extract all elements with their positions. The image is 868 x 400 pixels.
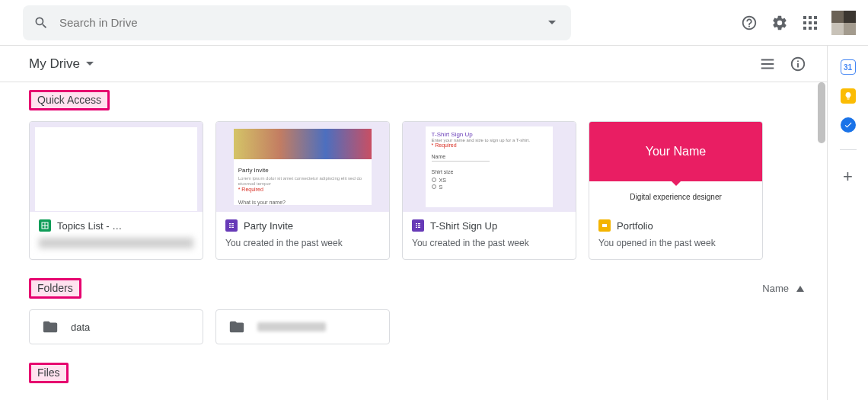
- section-quick-access: Quick Access: [29, 90, 110, 110]
- svg-rect-13: [418, 223, 420, 224]
- arrow-up-icon: [796, 286, 804, 292]
- folder-name: data: [71, 322, 90, 333]
- list-view-button[interactable]: [752, 49, 783, 79]
- forms-icon: [412, 219, 424, 232]
- help-icon: [741, 14, 758, 31]
- chevron-down-icon: [86, 62, 94, 66]
- section-files: Files: [29, 363, 69, 383]
- breadcrumb-mydrive[interactable]: My Drive: [29, 56, 98, 72]
- qa-card-topics-list[interactable]: Topics List -: [29, 121, 203, 260]
- info-icon: [790, 56, 806, 72]
- qa-title: T-Shirt Sign Up: [430, 220, 497, 232]
- qa-subtitle: You created in the past week: [412, 238, 566, 248]
- qa-thumb: T-Shirt Sign Up Enter your name and size…: [403, 122, 576, 212]
- apps-grid-icon: [803, 16, 817, 30]
- scrollbar[interactable]: [816, 82, 827, 400]
- keep-icon: [844, 91, 853, 101]
- svg-rect-19: [602, 224, 607, 227]
- svg-rect-6: [231, 223, 234, 224]
- search-icon: [34, 15, 49, 30]
- folder-icon: [42, 318, 59, 335]
- details-button[interactable]: [783, 49, 813, 79]
- qa-title: Party Invite: [244, 220, 293, 232]
- qa-subtitle-redacted: [39, 238, 193, 248]
- qa-subtitle: You opened in the past week: [598, 238, 753, 248]
- svg-rect-8: [231, 225, 234, 226]
- help-button[interactable]: [734, 8, 764, 38]
- search-box[interactable]: [23, 5, 571, 40]
- breadcrumb-label: My Drive: [29, 56, 80, 72]
- svg-rect-5: [229, 223, 231, 224]
- settings-button[interactable]: [764, 8, 795, 38]
- list-view-icon: [759, 56, 776, 72]
- qa-thumb: Party Invite Lorem ipsum dolor sit amet …: [216, 122, 389, 212]
- top-bar: [0, 0, 868, 46]
- sort-control[interactable]: Name: [762, 283, 804, 294]
- folder-icon: [228, 318, 245, 335]
- search-options-dropdown-icon[interactable]: [548, 21, 556, 24]
- qa-card-tshirt[interactable]: T-Shirt Sign Up Enter your name and size…: [402, 121, 576, 260]
- qa-thumb: Your Name Digital experience designer: [589, 122, 762, 212]
- search-input[interactable]: [59, 16, 548, 29]
- sheets-icon: [39, 219, 51, 232]
- qa-card-party-invite[interactable]: Party Invite Lorem ipsum dolor sit amet …: [215, 121, 390, 260]
- calendar-icon: 31: [844, 63, 852, 72]
- qa-title: Topics List -: [57, 220, 193, 232]
- google-apps-button[interactable]: [795, 8, 825, 38]
- qa-title: Portfolio: [617, 220, 653, 232]
- breadcrumb-bar: My Drive: [0, 46, 827, 82]
- keep-app-button[interactable]: [841, 88, 856, 104]
- qa-subtitle: You created in the past week: [225, 238, 380, 248]
- svg-rect-14: [416, 225, 417, 226]
- svg-rect-9: [229, 227, 231, 228]
- section-folders: Folders: [29, 278, 81, 299]
- folder-name-redacted: [257, 322, 326, 331]
- side-panel: 31 +: [827, 46, 868, 400]
- svg-rect-7: [229, 225, 231, 226]
- folder-data[interactable]: data: [29, 309, 203, 344]
- folders-row: data: [29, 309, 827, 344]
- slides-icon: [598, 219, 611, 232]
- side-divider: [840, 149, 857, 150]
- add-addon-button[interactable]: +: [843, 167, 853, 187]
- qa-card-portfolio[interactable]: Your Name Digital experience designer Po…: [589, 121, 763, 260]
- content-scroll[interactable]: Quick Access Topics List -: [0, 82, 827, 400]
- svg-rect-15: [418, 225, 420, 226]
- tasks-icon: [844, 120, 853, 130]
- svg-rect-17: [418, 227, 420, 228]
- tasks-app-button[interactable]: [841, 117, 856, 133]
- gear-icon: [771, 14, 788, 31]
- svg-rect-16: [416, 227, 417, 228]
- quick-access-row: Topics List - Party Invite Lorem ipsum d…: [29, 121, 827, 260]
- sort-label: Name: [762, 283, 789, 294]
- svg-rect-10: [231, 227, 234, 228]
- svg-rect-12: [416, 223, 417, 224]
- qa-thumb: [30, 122, 203, 212]
- folder-redacted[interactable]: [215, 309, 390, 344]
- account-avatar[interactable]: [831, 11, 856, 35]
- forms-icon: [225, 219, 238, 232]
- main-region: My Drive Quick Access Topics Lis: [0, 46, 827, 400]
- calendar-app-button[interactable]: 31: [841, 59, 856, 75]
